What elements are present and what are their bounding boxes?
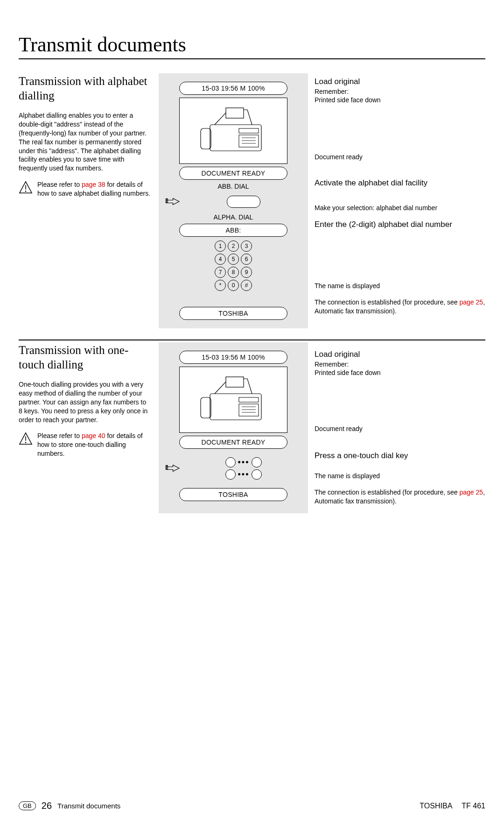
- page-title: Transmit documents: [19, 33, 485, 59]
- step-activate: Activate the alphabet dial facility: [315, 178, 485, 188]
- step-doc-ready: Document ready: [315, 153, 485, 162]
- page25-link-2[interactable]: page 25: [460, 488, 483, 496]
- page40-link[interactable]: page 40: [82, 432, 105, 439]
- key-8[interactable]: 8: [228, 267, 239, 278]
- section1-heading: Transmission with alphabet dialling: [19, 74, 151, 103]
- page25-link[interactable]: page 25: [460, 298, 483, 306]
- display-abb-prompt: ABB:: [179, 224, 287, 237]
- key-hash[interactable]: #: [241, 280, 252, 291]
- svg-point-1: [25, 191, 27, 192]
- svg-point-12: [25, 442, 27, 444]
- key-4[interactable]: 4: [215, 254, 226, 265]
- step2-load-original: Load original: [315, 350, 485, 359]
- svg-rect-14: [201, 397, 211, 418]
- label-alpha-dial: ALPHA. DIAL: [165, 213, 301, 221]
- dots-icon: •••: [238, 471, 250, 478]
- step2-connection: The connection is established (for proce…: [315, 488, 485, 506]
- page-footer: GB 26 Transmit documents TOSHIBA TF 461: [19, 800, 485, 811]
- svg-rect-4: [226, 108, 244, 118]
- step-make-selection: Make your selection: alphabet dial numbe…: [315, 204, 485, 212]
- step2-load-note: Remember: Printed side face down: [315, 360, 485, 377]
- note-remember2: Remember:: [315, 361, 349, 368]
- display-name-result-2: TOSHIBA: [179, 488, 287, 501]
- footer-section-name: Transmit documents: [57, 802, 120, 810]
- footer-model: TF 461: [462, 802, 485, 810]
- section2-body: One-touch dialling provides you with a v…: [19, 380, 151, 424]
- display-time: 15-03 19:56 M 100%: [179, 82, 287, 95]
- page-number: 26: [42, 800, 52, 811]
- section2-note: Please refer to page 40 for details of h…: [37, 432, 151, 458]
- svg-rect-5: [239, 128, 259, 133]
- onetouch-key[interactable]: [252, 469, 262, 480]
- section-alphabet-dialling: Transmission with alphabet dialling Alph…: [19, 73, 485, 328]
- key-star[interactable]: *: [215, 280, 226, 291]
- conn-pre: The connection is established (for proce…: [315, 298, 460, 306]
- note-text-pre: Please refer to: [37, 181, 82, 188]
- key-6[interactable]: 6: [241, 254, 252, 265]
- svg-rect-17: [239, 404, 259, 416]
- section-onetouch-dialling: Transmission with one-touch dialling One…: [19, 340, 485, 513]
- label-abb-dial: ABB. DIAL: [165, 183, 301, 190]
- svg-rect-16: [239, 397, 259, 402]
- onetouch-keys: ••• •••: [225, 457, 262, 480]
- svg-rect-15: [226, 377, 244, 387]
- step2-press-key: Press a one-touch dial key: [315, 451, 485, 460]
- fax-illustration-2: [179, 367, 287, 433]
- step2-doc-ready: Document ready: [315, 425, 485, 433]
- note-face-down2: Printed side face down: [315, 369, 381, 376]
- key-0[interactable]: 0: [228, 280, 239, 291]
- svg-rect-3: [201, 128, 211, 149]
- display-doc-ready-2: DOCUMENT READY: [179, 436, 287, 449]
- key-1[interactable]: 1: [215, 241, 226, 252]
- conn-pre2: The connection is established (for proce…: [315, 488, 460, 496]
- onetouch-key[interactable]: [252, 457, 262, 467]
- key-5[interactable]: 5: [228, 254, 239, 265]
- display-time-2: 15-03 19:56 M 100%: [179, 351, 287, 364]
- section1-note: Please refer to page 38 for details of h…: [37, 180, 151, 198]
- footer-brand: TOSHIBA: [420, 802, 452, 810]
- page38-link[interactable]: page 38: [82, 181, 105, 188]
- step2-name-displayed: The name is displayed: [315, 472, 485, 481]
- svg-rect-6: [239, 135, 259, 147]
- step-load-original: Load original: [315, 77, 485, 86]
- section1-body: Alphabet dialling enables you to enter a…: [19, 111, 151, 173]
- key-2[interactable]: 2: [228, 241, 239, 252]
- note-face-down: Printed side face down: [315, 96, 381, 104]
- warning-icon: [19, 180, 33, 194]
- numeric-keypad: 1 2 3 4 5 6 7 8 9 * 0 #: [215, 241, 252, 291]
- pointing-hand-icon: [165, 195, 182, 208]
- onetouch-key[interactable]: [225, 469, 236, 480]
- dots-icon: •••: [238, 459, 250, 466]
- key-7[interactable]: 7: [215, 267, 226, 278]
- onetouch-key[interactable]: [225, 457, 236, 467]
- note-remember: Remember:: [315, 88, 349, 95]
- warning-icon: [19, 432, 33, 446]
- step-connection: The connection is established (for proce…: [315, 298, 485, 316]
- note-text-pre2: Please refer to: [37, 432, 82, 439]
- step-enter-number: Enter the (2-digit) alphabet dial number: [315, 220, 485, 229]
- display-name-result: TOSHIBA: [179, 307, 287, 320]
- display-doc-ready: DOCUMENT READY: [179, 167, 287, 180]
- pointing-hand-icon: [165, 462, 182, 475]
- key-3[interactable]: 3: [241, 241, 252, 252]
- section2-heading: Transmission with one-touch dialling: [19, 343, 151, 372]
- abb-dial-button[interactable]: [227, 196, 260, 208]
- fax-illustration: [179, 98, 287, 164]
- key-9[interactable]: 9: [241, 267, 252, 278]
- language-badge: GB: [19, 801, 36, 810]
- step-name-displayed: The name is displayed: [315, 282, 485, 290]
- step-load-note: Remember: Printed side face down: [315, 87, 485, 104]
